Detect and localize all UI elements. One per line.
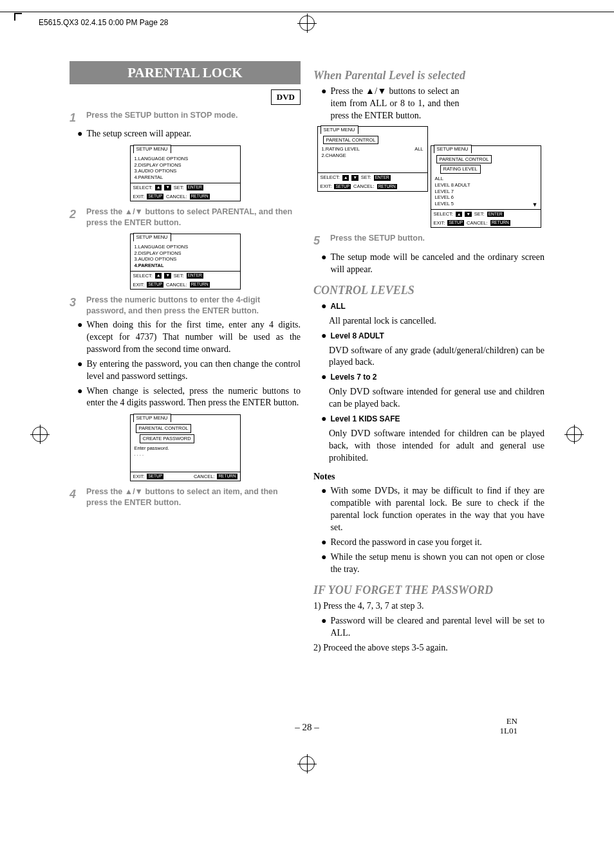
right-column: When Parental Level is selected ●Press t… xyxy=(313,61,544,739)
section-title: PARENTAL LOCK xyxy=(70,61,301,84)
body-bullet: ●The setup mode will be canceled and the… xyxy=(321,252,544,276)
subheading: IF YOU FORGET THE PASSWORD xyxy=(313,582,544,598)
chevron-down-icon: ▼ xyxy=(532,201,538,209)
crop-mark-icon xyxy=(14,13,22,21)
header-job: E5615.QX3 02.4.15 0:00 PM Page 28 xyxy=(39,18,168,27)
step-text: Press the SETUP button in STOP mode. xyxy=(86,110,301,125)
step-5: 5 Press the SETUP button. xyxy=(313,233,544,248)
step-text: Press the numeric buttons to enter the 4… xyxy=(86,295,301,317)
content-columns: PARENTAL LOCK DVD 1 Press the SETUP butt… xyxy=(70,61,544,739)
setup-menu-diagram: SETUP MENU 1.LANGUAGE OPTIONS 2.DISPLAY … xyxy=(130,145,241,201)
body-bullet: ●When doing this for the first time, ent… xyxy=(77,319,301,356)
notes-heading: Notes xyxy=(313,471,544,483)
level-item: ●Level 8 ADULT xyxy=(321,330,544,342)
step-4: 4 Press the ▲/▼ buttons to select an ite… xyxy=(70,486,301,508)
page-number: – 28 – xyxy=(0,722,614,733)
step-text: Press the SETUP button. xyxy=(330,233,544,248)
dvd-badge: DVD xyxy=(271,89,301,105)
step-text: Press the ▲/▼ buttons to select PARENTAL… xyxy=(86,207,301,228)
registration-mark-icon xyxy=(566,427,582,442)
forget-step: 1) Press the 4, 7, 3, 7 at step 3. xyxy=(313,600,544,613)
note-bullet: ●With some DVDs, it may be difficult to … xyxy=(321,485,544,534)
level-desc: All parental lock is cancelled. xyxy=(329,315,544,328)
level-desc: DVD software of any grade (adult/general… xyxy=(329,345,544,369)
subheading: When Parental Level is selected xyxy=(313,68,544,83)
step-number: 5 xyxy=(313,233,325,248)
step-3: 3 Press the numeric buttons to enter the… xyxy=(70,295,301,317)
level-item: ●ALL xyxy=(321,300,544,313)
registration-mark-icon xyxy=(299,756,315,771)
step-number: 4 xyxy=(70,486,81,508)
step-2: 2 Press the ▲/▼ buttons to select PARENT… xyxy=(70,207,301,228)
rating-level-menu-diagram: SETUP MENU PARENTAL CONTROL RATING LEVEL… xyxy=(431,145,541,228)
parental-control-menu-diagram: SETUP MENU PARENTAL CONTROL 1.RATING LEV… xyxy=(317,126,428,192)
rule-top xyxy=(0,12,614,12)
body-bullet: ●When change is selected, press the nume… xyxy=(77,385,301,410)
menu-group: SETUP MENU PARENTAL CONTROL 1.RATING LEV… xyxy=(313,126,544,228)
level-item: ●Levels 7 to 2 xyxy=(321,371,544,383)
step-number: 3 xyxy=(70,295,81,317)
body-bullet: ●Password will be cleared and parental l… xyxy=(321,615,544,640)
password-menu-diagram: SETUP MENU PARENTAL CONTROL CREATE PASSW… xyxy=(130,414,241,481)
level-desc: Only DVD software intended for children … xyxy=(329,428,544,465)
body-bullet: ●The setup screen will appear. xyxy=(77,128,301,140)
level-desc: Only DVD software intended for general u… xyxy=(329,386,544,411)
step-number: 2 xyxy=(70,207,81,228)
subheading: CONTROL LEVELS xyxy=(313,282,544,298)
step-1: 1 Press the SETUP button in STOP mode. xyxy=(70,110,301,125)
note-bullet: ●Record the password in case you forget … xyxy=(321,537,544,549)
page: E5615.QX3 02.4.15 0:00 PM Page 28 PARENT… xyxy=(0,0,614,868)
footer-code: EN 1L01 xyxy=(500,716,517,736)
body-bullet: ●Press the ▲/▼ buttons to select an item… xyxy=(321,86,544,122)
setup-menu-diagram: SETUP MENU 1.LANGUAGE OPTIONS 2.DISPLAY … xyxy=(130,234,241,290)
note-bullet: ●While the setup menu is shown you can n… xyxy=(321,551,544,576)
step-number: 1 xyxy=(70,110,81,125)
left-column: PARENTAL LOCK DVD 1 Press the SETUP butt… xyxy=(70,61,301,739)
body-bullet: ●By entering the password, you can then … xyxy=(77,358,301,383)
level-item: ●Level 1 KIDS SAFE xyxy=(321,413,544,425)
step-text: Press the ▲/▼ buttons to select an item,… xyxy=(86,486,301,508)
forget-step: 2) Proceed the above steps 3-5 again. xyxy=(313,642,544,654)
registration-mark-icon xyxy=(299,15,315,31)
registration-mark-icon xyxy=(32,427,48,442)
